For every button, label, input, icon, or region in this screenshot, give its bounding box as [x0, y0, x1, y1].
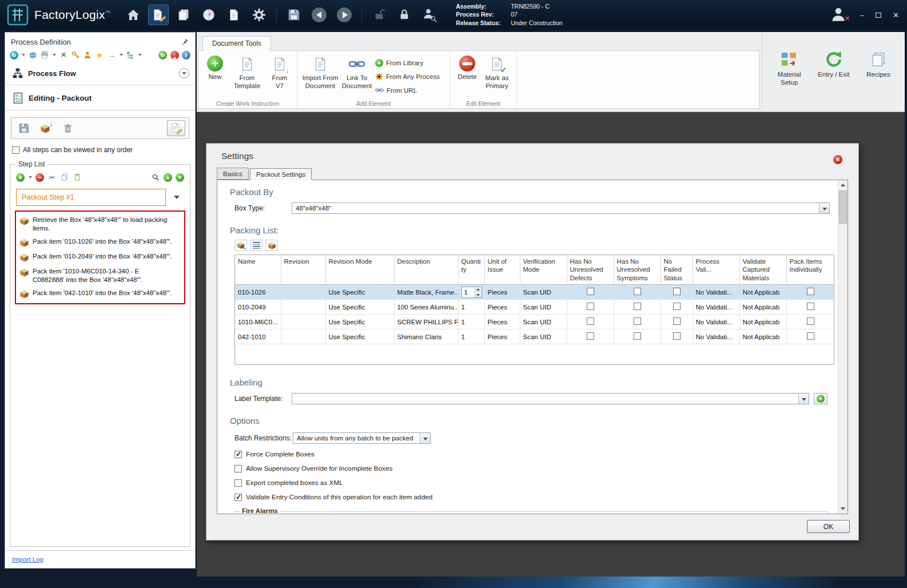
column-header[interactable]: Verification Mode — [520, 255, 567, 285]
pack-individually-checkbox[interactable] — [807, 317, 814, 325]
stop-icon[interactable] — [170, 50, 179, 59]
column-header[interactable]: Quantity — [458, 255, 484, 285]
recipes-button[interactable]: Recipes — [858, 50, 898, 79]
process-flow-header[interactable]: Process Flow — [5, 63, 195, 85]
failed-status-checkbox[interactable] — [673, 317, 681, 325]
settings-scrollbar[interactable] — [838, 180, 848, 514]
home-button[interactable] — [123, 5, 144, 25]
move-down-icon[interactable]: ▼ — [176, 173, 184, 182]
unlock-button[interactable] — [369, 5, 389, 25]
lock-button[interactable] — [394, 5, 415, 25]
column-header[interactable]: Description — [394, 255, 458, 285]
refresh-icon[interactable]: ↻ — [10, 51, 18, 59]
documents-button[interactable] — [173, 5, 194, 25]
info-icon[interactable]: i — [182, 51, 190, 59]
import-from-document-button[interactable]: Import From Document — [302, 53, 339, 90]
process-editor-button[interactable] — [148, 5, 169, 25]
table-row[interactable]: 010-1026 Use Specific Matte Black, Frame… — [235, 285, 834, 300]
failed-status-checkbox[interactable] — [673, 332, 681, 340]
pack-individually-checkbox[interactable] — [807, 303, 814, 310]
tree-view-icon[interactable] — [126, 50, 135, 59]
validate-entry-conditions-checkbox[interactable] — [234, 494, 242, 501]
column-header[interactable]: Has No Unresolved Symptoms — [614, 255, 661, 285]
find-user-button[interactable] — [419, 5, 440, 25]
cut-icon[interactable]: ✂ — [47, 173, 57, 182]
spin-up-icon[interactable] — [475, 287, 482, 292]
force-complete-boxes-checkbox[interactable] — [234, 451, 242, 458]
delete-button[interactable]: Delete — [455, 53, 480, 81]
link-to-document-button[interactable]: Link To Document — [341, 53, 373, 90]
pack-individually-checkbox[interactable] — [807, 332, 814, 340]
scroll-down-button[interactable] — [838, 504, 848, 514]
symptoms-checkbox[interactable] — [634, 317, 641, 325]
tab-packout-settings[interactable]: Packout Settings — [250, 168, 312, 180]
logout-user-button[interactable]: ✕ — [830, 6, 848, 23]
spin-down-icon[interactable] — [475, 292, 482, 297]
collapse-icon[interactable]: ✕ — [59, 50, 68, 59]
add-step-icon[interactable]: + — [16, 173, 25, 182]
symptoms-checkbox[interactable] — [634, 288, 641, 295]
pin-icon[interactable] — [180, 37, 189, 46]
from-v7-button[interactable]: ↓ From V7 — [267, 53, 292, 90]
view-any-order-checkbox[interactable] — [12, 146, 19, 154]
table-row[interactable]: 010-2049 Use Specific 100 Series Aluminu… — [235, 300, 834, 315]
forward-button[interactable] — [334, 5, 355, 25]
column-header[interactable]: Validate Captured Materials — [739, 255, 786, 285]
save-button[interactable] — [284, 5, 304, 25]
chevron-down-icon[interactable] — [138, 54, 142, 56]
edit-work-instruction-button[interactable] — [167, 120, 185, 136]
box-type-dropdown[interactable]: 48"x48"x48" — [292, 202, 830, 214]
list-item[interactable]: Pack item '010-1026' into the Box '48"x4… — [17, 235, 183, 250]
delete-step-button[interactable] — [58, 120, 77, 136]
defects-checkbox[interactable] — [587, 303, 594, 310]
news-button[interactable] — [224, 5, 244, 25]
tab-document-tools[interactable]: Document Tools — [202, 36, 271, 51]
column-header[interactable]: Revision — [281, 255, 325, 285]
material-setup-button[interactable]: Material Setup — [769, 50, 809, 87]
current-step-field[interactable]: Packout Step #1 — [16, 189, 166, 206]
defects-checkbox[interactable] — [587, 317, 594, 325]
import-step-button[interactable]: ↓ — [37, 120, 55, 136]
list-item[interactable]: Retrieve the Box '48"x48"x48"' to load p… — [17, 213, 183, 235]
back-button[interactable] — [309, 5, 329, 25]
supervisory-override-checkbox[interactable] — [234, 465, 242, 472]
maximize-button[interactable] — [876, 13, 881, 18]
list-view-button[interactable] — [250, 240, 262, 251]
tab-basics[interactable]: Basics — [217, 168, 249, 180]
scrollbar-thumb[interactable] — [839, 190, 847, 224]
column-header[interactable]: Has No Unresolved Defects — [567, 255, 614, 285]
chevron-down-icon[interactable] — [120, 54, 123, 56]
print-icon[interactable] — [40, 50, 49, 59]
failed-status-checkbox[interactable] — [673, 288, 681, 295]
from-any-process-button[interactable]: From Any Process — [375, 70, 443, 82]
step-expand-button[interactable] — [169, 192, 184, 203]
import-log-link[interactable]: Import Log — [12, 556, 43, 563]
list-item[interactable]: Pack item '042-1010' into the Box '48"x4… — [17, 287, 183, 301]
column-header[interactable]: Name — [235, 255, 281, 285]
new-button[interactable]: + New — [203, 53, 227, 81]
close-settings-button[interactable]: ✕ — [833, 155, 842, 164]
entry-exit-button[interactable]: Entry / Exit — [814, 50, 854, 79]
expand-icon[interactable] — [179, 68, 189, 78]
globe-icon[interactable] — [28, 50, 37, 59]
from-template-button[interactable]: From Template — [229, 53, 265, 90]
minimize-button[interactable]: – — [860, 11, 864, 19]
list-item[interactable]: Pack item '010-2049' into the Box '48"x4… — [17, 250, 183, 265]
defects-checkbox[interactable] — [587, 288, 594, 295]
scroll-up-button[interactable] — [838, 180, 848, 190]
save-step-button[interactable] — [15, 120, 33, 136]
activate-icon[interactable]: ↻ — [158, 51, 167, 59]
navigator-button[interactable] — [198, 5, 219, 25]
symptoms-checkbox[interactable] — [634, 303, 641, 310]
chevron-down-icon[interactable] — [22, 54, 25, 56]
paste-icon[interactable] — [73, 173, 82, 182]
export-icon[interactable]: → — [107, 50, 116, 59]
export-xml-checkbox[interactable] — [234, 479, 242, 487]
defects-checkbox[interactable] — [587, 332, 594, 340]
column-header[interactable]: Process Vali... — [693, 255, 739, 285]
from-library-button[interactable]: + From Library — [375, 57, 443, 69]
quantity-spinner[interactable]: 1 — [462, 287, 482, 298]
view-package-button[interactable] — [234, 240, 247, 251]
column-header[interactable]: Unit of Issue — [484, 255, 520, 285]
move-up-icon[interactable]: ▲ — [164, 173, 172, 182]
